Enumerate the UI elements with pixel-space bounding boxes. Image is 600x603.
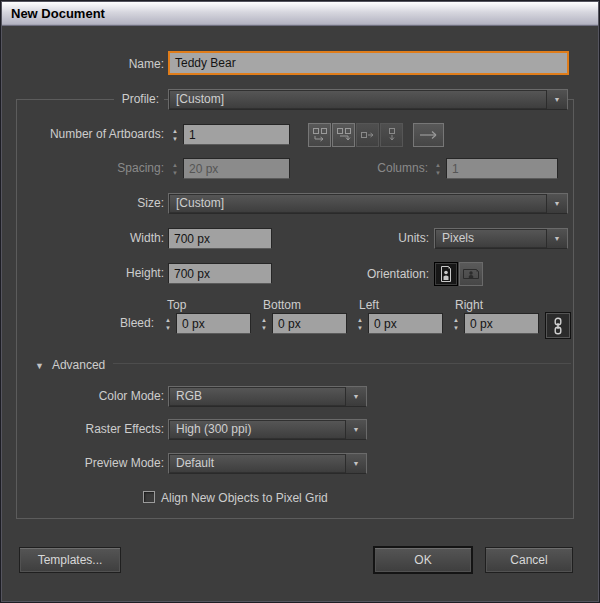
artboards-label: Number of Artboards: bbox=[1, 124, 164, 145]
width-value: 700 px bbox=[174, 232, 210, 246]
profile-dropdown[interactable]: [Custom] ▼ bbox=[168, 89, 568, 110]
spinner-down-icon[interactable]: ▼ bbox=[453, 325, 459, 331]
bleed-top-field: ▲▼ 0 px bbox=[161, 313, 251, 334]
chevron-down-icon[interactable]: ▼ bbox=[345, 454, 366, 473]
ok-button[interactable]: OK bbox=[373, 546, 473, 574]
bleed-bottom-stepper[interactable]: ▲▼ bbox=[257, 313, 271, 334]
artboards-row: Number of Artboards: ▲ ▼ 1 bbox=[1, 124, 600, 145]
flow-direction-icon[interactable] bbox=[413, 123, 444, 147]
grid-by-row-icon[interactable] bbox=[308, 123, 331, 147]
bleed-bottom-label: Bottom bbox=[263, 298, 301, 312]
spinner-up-icon[interactable]: ▲ bbox=[165, 317, 171, 323]
pixel-grid-checkbox[interactable] bbox=[143, 491, 155, 503]
chevron-down-icon[interactable]: ▼ bbox=[546, 194, 567, 213]
dialog-title: New Document bbox=[11, 6, 105, 21]
height-label: Height: bbox=[1, 263, 164, 284]
bleed-label: Bleed: bbox=[61, 313, 154, 334]
profile-value: [Custom] bbox=[169, 90, 546, 109]
cancel-button[interactable]: Cancel bbox=[485, 547, 573, 573]
advanced-divider bbox=[113, 363, 571, 364]
spinner-down-icon: ▼ bbox=[435, 170, 441, 176]
chevron-down-icon[interactable]: ▼ bbox=[345, 387, 366, 406]
color-mode-dropdown[interactable]: RGB ▼ bbox=[168, 386, 367, 407]
raster-effects-dropdown[interactable]: High (300 ppi) ▼ bbox=[168, 419, 367, 440]
size-dropdown[interactable]: [Custom] ▼ bbox=[168, 193, 568, 214]
spinner-down-icon[interactable]: ▼ bbox=[165, 325, 171, 331]
bleed-top-label: Top bbox=[167, 298, 186, 312]
bleed-top-value: 0 px bbox=[182, 317, 205, 331]
spinner-down-icon: ▼ bbox=[172, 170, 178, 176]
ok-button-label: OK bbox=[414, 553, 431, 567]
link-bleed-values-icon[interactable] bbox=[545, 312, 571, 339]
advanced-expander-icon[interactable]: ▼ bbox=[35, 361, 44, 371]
artboards-value: 1 bbox=[189, 128, 196, 142]
chevron-down-icon[interactable]: ▼ bbox=[546, 90, 567, 109]
orientation-landscape-icon[interactable] bbox=[459, 262, 483, 286]
columns-input: 1 bbox=[446, 158, 558, 179]
bleed-top-stepper[interactable]: ▲▼ bbox=[161, 313, 175, 334]
columns-label: Columns: bbox=[331, 158, 428, 179]
bleed-left-value: 0 px bbox=[374, 317, 397, 331]
artboards-stepper[interactable]: ▲ ▼ bbox=[168, 124, 182, 145]
bleed-right-value: 0 px bbox=[470, 317, 493, 331]
orientation-portrait-icon[interactable] bbox=[434, 262, 458, 286]
name-value: Teddy Bear bbox=[175, 56, 236, 70]
spinner-up-icon: ▲ bbox=[435, 162, 441, 168]
spinner-up-icon[interactable]: ▲ bbox=[453, 317, 459, 323]
spinner-down-icon[interactable]: ▼ bbox=[261, 325, 267, 331]
title-bar: New Document bbox=[2, 2, 598, 26]
units-label: Units: bbox=[301, 228, 429, 249]
chevron-down-icon[interactable]: ▼ bbox=[345, 420, 366, 439]
new-document-dialog: New Document Name: Teddy Bear Profile: [… bbox=[0, 0, 600, 603]
name-label: Name: bbox=[1, 51, 164, 77]
bleed-right-input[interactable]: 0 px bbox=[464, 313, 539, 334]
arrange-by-row-icon[interactable] bbox=[356, 123, 379, 147]
spinner-up-icon[interactable]: ▲ bbox=[357, 317, 363, 323]
height-value: 700 px bbox=[174, 267, 210, 281]
spinner-up-icon[interactable]: ▲ bbox=[261, 317, 267, 323]
spinner-down-icon[interactable]: ▼ bbox=[172, 136, 178, 142]
size-label: Size: bbox=[1, 193, 164, 214]
grid-by-column-icon[interactable] bbox=[332, 123, 355, 147]
spinner-up-icon: ▲ bbox=[172, 162, 178, 168]
bleed-bottom-field: ▲▼ 0 px bbox=[257, 313, 347, 334]
units-value: Pixels bbox=[435, 229, 546, 248]
bleed-left-input[interactable]: 0 px bbox=[368, 313, 443, 334]
bleed-left-field: ▲▼ 0 px bbox=[353, 313, 443, 334]
preview-mode-value: Default bbox=[169, 454, 345, 473]
bleed-left-stepper[interactable]: ▲▼ bbox=[353, 313, 367, 334]
bleed-right-stepper[interactable]: ▲▼ bbox=[449, 313, 463, 334]
height-input[interactable]: 700 px bbox=[168, 263, 272, 284]
advanced-label: Advanced bbox=[52, 355, 105, 376]
size-row: Size: [Custom] ▼ bbox=[1, 193, 600, 214]
advanced-section-toggle[interactable]: ▼ Advanced bbox=[35, 355, 105, 376]
profile-label: Profile: bbox=[114, 92, 164, 106]
templates-button-label: Templates... bbox=[38, 553, 103, 567]
profile-row: Profile: [Custom] ▼ bbox=[1, 89, 600, 110]
color-mode-value: RGB bbox=[169, 387, 345, 406]
preview-mode-row: Preview Mode: Default ▼ bbox=[1, 453, 600, 474]
size-value: [Custom] bbox=[169, 194, 546, 213]
artboard-arrangement-group bbox=[308, 123, 403, 147]
pixel-grid-label: Align New Objects to Pixel Grid bbox=[161, 488, 328, 509]
units-dropdown[interactable]: Pixels ▼ bbox=[434, 228, 568, 249]
artboards-input[interactable]: 1 bbox=[183, 124, 290, 145]
chevron-down-icon[interactable]: ▼ bbox=[546, 229, 567, 248]
columns-stepper: ▲ ▼ bbox=[431, 158, 445, 179]
spacing-value: 20 px bbox=[189, 162, 218, 176]
arrange-by-column-icon[interactable] bbox=[380, 123, 403, 147]
columns-value: 1 bbox=[452, 162, 459, 176]
spacing-input: 20 px bbox=[183, 158, 290, 179]
spinner-down-icon[interactable]: ▼ bbox=[357, 325, 363, 331]
spacing-stepper: ▲ ▼ bbox=[168, 158, 182, 179]
name-row: Name: Teddy Bear bbox=[1, 51, 600, 77]
bleed-bottom-input[interactable]: 0 px bbox=[272, 313, 347, 334]
bleed-top-input[interactable]: 0 px bbox=[176, 313, 251, 334]
preview-mode-dropdown[interactable]: Default ▼ bbox=[168, 453, 367, 474]
name-input[interactable]: Teddy Bear bbox=[168, 51, 569, 75]
templates-button[interactable]: Templates... bbox=[19, 547, 121, 573]
spinner-up-icon[interactable]: ▲ bbox=[172, 128, 178, 134]
raster-effects-row: Raster Effects: High (300 ppi) ▼ bbox=[1, 419, 600, 440]
cancel-button-label: Cancel bbox=[510, 553, 547, 567]
width-input[interactable]: 700 px bbox=[168, 228, 272, 249]
